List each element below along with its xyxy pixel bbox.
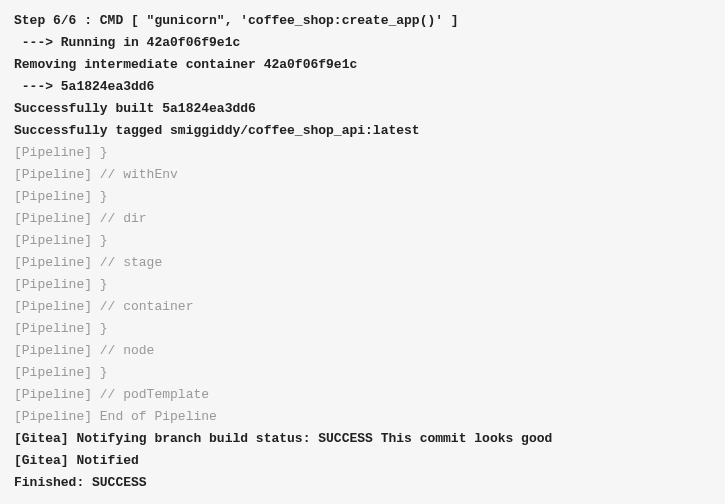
console-line: [Pipeline] } bbox=[14, 186, 711, 208]
console-line: [Pipeline] } bbox=[14, 142, 711, 164]
console-line: Removing intermediate container 42a0f06f… bbox=[14, 54, 711, 76]
console-line: [Pipeline] // podTemplate bbox=[14, 384, 711, 406]
console-line: Step 6/6 : CMD [ "gunicorn", 'coffee_sho… bbox=[14, 10, 711, 32]
console-line: [Gitea] Notifying branch build status: S… bbox=[14, 428, 711, 450]
console-line: Finished: SUCCESS bbox=[14, 472, 711, 494]
console-line: Successfully built 5a1824ea3dd6 bbox=[14, 98, 711, 120]
console-line: [Pipeline] // stage bbox=[14, 252, 711, 274]
console-line: [Pipeline] } bbox=[14, 274, 711, 296]
console-line: [Pipeline] } bbox=[14, 230, 711, 252]
console-line: [Gitea] Notified bbox=[14, 450, 711, 472]
console-line: [Pipeline] // container bbox=[14, 296, 711, 318]
console-line: [Pipeline] // node bbox=[14, 340, 711, 362]
console-line: Successfully tagged smiggiddy/coffee_sho… bbox=[14, 120, 711, 142]
console-line: [Pipeline] End of Pipeline bbox=[14, 406, 711, 428]
console-output: Step 6/6 : CMD [ "gunicorn", 'coffee_sho… bbox=[14, 10, 711, 494]
console-line: [Pipeline] } bbox=[14, 362, 711, 384]
console-line: ---> 5a1824ea3dd6 bbox=[14, 76, 711, 98]
console-line: [Pipeline] } bbox=[14, 318, 711, 340]
console-line: [Pipeline] // withEnv bbox=[14, 164, 711, 186]
console-line: ---> Running in 42a0f06f9e1c bbox=[14, 32, 711, 54]
console-line: [Pipeline] // dir bbox=[14, 208, 711, 230]
